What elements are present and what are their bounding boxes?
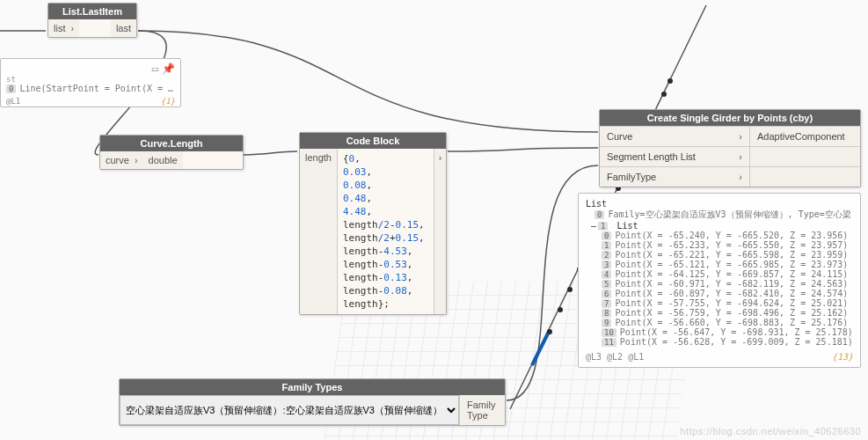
watch-point-row: 7Point(X = -57.755, Y = -694.624, Z = 25… — [602, 298, 853, 308]
watch-menu-icon[interactable]: ▭ — [152, 62, 158, 75]
watch-count: {13} — [832, 352, 853, 362]
port-in-curve[interactable]: curve› — [100, 151, 143, 169]
watch-level: @L3 @L2 @L1 — [586, 352, 644, 362]
watch-count: {1} — [161, 97, 175, 106]
watch-point-row: 10Point(X = -56.647, Y = -698.931, Z = 2… — [602, 327, 853, 337]
node-code-block[interactable]: Code Block length {0,0.03,0.08,0.48,4.48… — [299, 132, 447, 315]
port-in-length[interactable]: length — [300, 149, 338, 314]
port-out-double[interactable]: double — [143, 151, 183, 169]
node-create-single-girder[interactable]: Create Single Girder by Points (cby) Cur… — [599, 109, 861, 187]
watermark: https://blog.csdn.net/weixin_40626630 — [680, 426, 861, 436]
watch-panel-girder-output: List 0Family=空心梁架自适应族V3（预留伸缩缝）, Type=空心梁… — [578, 193, 861, 368]
port-out-code[interactable]: › — [434, 149, 446, 314]
node-title: Create Single Girder by Points (cby) — [600, 110, 860, 126]
node-curve-length[interactable]: Curve.Length curve› double — [99, 135, 244, 170]
node-title: Curve.Length — [100, 136, 243, 151]
node-list-lastitem[interactable]: List.LastItem list› last — [47, 3, 137, 38]
watch-family-line: Family=空心梁架自适应族V3（预留伸缩缝）, Type=空心梁 — [608, 209, 850, 219]
node-family-types[interactable]: Family Types 空心梁架自适应族V3（预留伸缩缝）:空心梁架自适应族V… — [119, 378, 506, 426]
node-title: Code Block — [300, 133, 446, 149]
watch-level: @L1 — [6, 97, 20, 106]
port-out-familytype[interactable]: Family Type — [459, 395, 505, 425]
watch-point-row: 8Point(X = -56.759, Y = -698.496, Z = 25… — [602, 308, 853, 318]
watch-panel-lastitem: ▭ 📌 st 0Line(StartPoint = Point(X = -65.… — [0, 58, 181, 107]
watch-point-row: 4Point(X = -64.125, Y = -669.857, Z = 24… — [602, 269, 853, 279]
watch-point-row: 1Point(X = -65.233, Y = -665.550, Z = 23… — [602, 240, 853, 250]
node-title: List.LastItem — [48, 4, 136, 19]
port-in-curve[interactable]: Curve› — [600, 127, 749, 146]
watch-point-row: 3Point(X = -65.121, Y = -665.985, Z = 23… — [602, 260, 853, 269]
watch-point-row: 5Point(X = -60.971, Y = -682.119, Z = 24… — [602, 279, 853, 289]
watch-list-header: List — [586, 199, 853, 209]
watch-point-row: 6Point(X = -60.897, Y = -682.410, Z = 24… — [602, 289, 853, 298]
port-in-seglist[interactable]: Segment Length List› — [600, 147, 749, 166]
family-type-select[interactable]: 空心梁架自适应族V3（预留伸缩缝）:空心梁架自适应族V3（预留伸缩缝） — [120, 395, 459, 425]
watch-point-row: 9Point(X = -56.660, Y = -698.883, Z = 25… — [602, 318, 853, 327]
port-out-adaptive[interactable]: AdaptiveComponent — [749, 127, 860, 146]
watch-point-row: 11Point(X = -56.628, Y = -699.009, Z = 2… — [602, 337, 853, 347]
port-out-last[interactable]: last — [111, 19, 136, 37]
watch-pin-icon[interactable]: 📌 — [162, 62, 175, 75]
code-block-text[interactable]: {0,0.03,0.08,0.48,4.48,length/2-0.15,len… — [338, 149, 434, 314]
watch-point-row: 2Point(X = -65.221, Y = -665.598, Z = 23… — [602, 250, 853, 260]
node-title: Family Types — [120, 379, 505, 395]
watch-point-row: 0Point(X = -65.240, Y = -665.520, Z = 23… — [602, 231, 853, 240]
watch-label: st — [6, 75, 175, 84]
port-in-list[interactable]: list› — [48, 19, 79, 37]
port-in-familytype[interactable]: FamilyType› — [600, 167, 749, 187]
watch-line: Line(StartPoint = Point(X = -65.24 — [19, 84, 175, 93]
